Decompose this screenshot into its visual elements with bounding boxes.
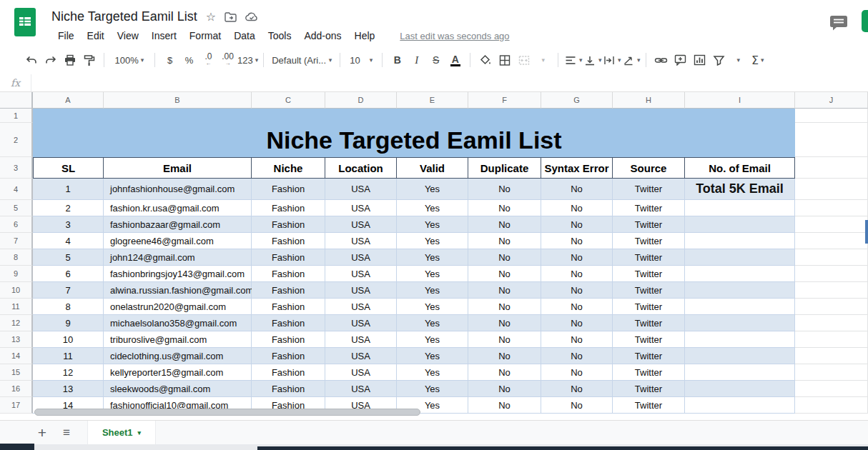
- cell-E9[interactable]: Yes: [397, 266, 468, 282]
- header-cell-source[interactable]: Source: [613, 157, 685, 179]
- cell-D14[interactable]: USA: [325, 348, 397, 364]
- cell-F7[interactable]: No: [468, 233, 541, 249]
- cell-J7[interactable]: [795, 233, 868, 249]
- cell-H15[interactable]: Twitter: [613, 364, 685, 381]
- row-header-11[interactable]: 11: [0, 299, 33, 315]
- cell-C6[interactable]: Fashion: [252, 216, 325, 233]
- row-header-2[interactable]: 2: [0, 123, 33, 157]
- cell-I16[interactable]: [685, 381, 795, 397]
- row-header-5[interactable]: 5: [0, 200, 33, 216]
- cell-F16[interactable]: No: [468, 381, 541, 397]
- cell-J16[interactable]: [795, 381, 868, 397]
- cell-G12[interactable]: No: [541, 315, 613, 331]
- cell-B11[interactable]: onelastrun2020@gmail.com: [104, 299, 252, 315]
- text-wrap-button[interactable]: ▾: [602, 50, 621, 70]
- header-cell-syntax-error[interactable]: Syntax Error: [541, 157, 613, 179]
- column-header-E[interactable]: E: [397, 92, 468, 109]
- cell-I6[interactable]: [685, 216, 795, 233]
- cell-I4[interactable]: Total 5K Email: [685, 179, 795, 200]
- header-cell-duplicate[interactable]: Duplicate: [468, 157, 541, 179]
- cloud-saved-icon[interactable]: [245, 12, 258, 21]
- cell-D13[interactable]: USA: [325, 331, 397, 348]
- sheet-title-cell[interactable]: Niche Targeted Eamil List: [33, 123, 795, 157]
- column-header-C[interactable]: C: [252, 92, 325, 109]
- cell-B4[interactable]: johnfashionhouse@gmail.com: [104, 179, 252, 200]
- row-header-17[interactable]: 17: [0, 397, 33, 414]
- cell-B7[interactable]: glogreene46@gmail.com: [104, 233, 252, 249]
- cell-H7[interactable]: Twitter: [613, 233, 685, 249]
- redo-button[interactable]: [41, 50, 60, 70]
- cell-D6[interactable]: USA: [325, 216, 397, 233]
- cell-C13[interactable]: Fashion: [252, 331, 325, 348]
- cell-G9[interactable]: No: [541, 266, 613, 282]
- insert-chart-button[interactable]: [690, 50, 709, 70]
- move-folder-icon[interactable]: [225, 12, 237, 22]
- cell-J15[interactable]: [795, 364, 868, 381]
- column-header-D[interactable]: D: [325, 92, 397, 109]
- cell-G5[interactable]: No: [541, 200, 613, 216]
- cell-J2[interactable]: [795, 123, 868, 157]
- paint-format-button[interactable]: [79, 50, 99, 70]
- cell-B13[interactable]: triburoslive@gmail.com: [104, 331, 252, 348]
- cell-I11[interactable]: [685, 299, 795, 315]
- horizontal-align-button[interactable]: ▾: [563, 50, 583, 70]
- cell-B5[interactable]: fashion.kr.usa@gmail.com: [104, 200, 252, 216]
- menu-edit[interactable]: Edit: [81, 29, 111, 43]
- horizontal-scrollbar[interactable]: [34, 409, 420, 416]
- cell-G17[interactable]: No: [541, 397, 613, 414]
- row-header-15[interactable]: 15: [0, 364, 33, 381]
- filter-button[interactable]: [709, 50, 729, 70]
- cell-I12[interactable]: [685, 315, 795, 331]
- italic-button[interactable]: I: [407, 50, 426, 70]
- cell-C11[interactable]: Fashion: [252, 299, 325, 315]
- row-header-13[interactable]: 13: [0, 331, 33, 348]
- merge-cells-menu[interactable]: ▾: [533, 50, 553, 70]
- filter-views-menu[interactable]: ▾: [729, 50, 748, 70]
- column-header-I[interactable]: I: [685, 92, 795, 109]
- all-sheets-button[interactable]: ≡: [57, 426, 76, 440]
- cell-E7[interactable]: Yes: [397, 233, 468, 249]
- cell-A9[interactable]: 6: [33, 266, 104, 282]
- header-cell-email[interactable]: Email: [104, 157, 252, 179]
- cell-J17[interactable]: [795, 397, 868, 414]
- cell-C8[interactable]: Fashion: [252, 249, 325, 266]
- merge-cells-button[interactable]: [514, 50, 533, 70]
- row-header-4[interactable]: 4: [0, 179, 33, 200]
- cell-D4[interactable]: USA: [325, 179, 397, 200]
- number-format-button[interactable]: 123▾: [237, 50, 258, 70]
- decrease-decimal-button[interactable]: .0←: [199, 50, 218, 70]
- menu-tools[interactable]: Tools: [262, 29, 298, 43]
- row-header-12[interactable]: 12: [0, 315, 33, 331]
- cell-E12[interactable]: Yes: [397, 315, 468, 331]
- cell-J14[interactable]: [795, 348, 868, 364]
- cell-D15[interactable]: USA: [325, 364, 397, 381]
- add-sheet-button[interactable]: +: [33, 424, 51, 441]
- column-header-H[interactable]: H: [613, 92, 685, 109]
- cell-B6[interactable]: fashionbazaar@gmail.com: [104, 216, 252, 233]
- row-header-10[interactable]: 10: [0, 282, 33, 299]
- cell-I13[interactable]: [685, 331, 795, 348]
- cell-I15[interactable]: [685, 364, 795, 381]
- cell-H11[interactable]: Twitter: [613, 299, 685, 315]
- cell-H17[interactable]: Twitter: [613, 397, 685, 414]
- menu-insert[interactable]: Insert: [145, 29, 183, 43]
- cell-I8[interactable]: [685, 249, 795, 266]
- fill-color-button[interactable]: [475, 50, 495, 70]
- cell-D5[interactable]: USA: [325, 200, 397, 216]
- cell-F6[interactable]: No: [468, 216, 541, 233]
- column-header-F[interactable]: F: [468, 92, 541, 109]
- cell-A16[interactable]: 13: [33, 381, 104, 397]
- borders-button[interactable]: [495, 50, 514, 70]
- cell-F8[interactable]: No: [468, 249, 541, 266]
- cell-C12[interactable]: Fashion: [252, 315, 325, 331]
- cell-A4[interactable]: 1: [33, 179, 104, 200]
- font-family-select[interactable]: Default (Ari...▾: [269, 50, 335, 70]
- header-cell-no--of-email[interactable]: No. of Email: [685, 157, 795, 179]
- cell-J1[interactable]: [795, 109, 868, 123]
- insert-link-button[interactable]: [651, 50, 671, 70]
- column-header-J[interactable]: J: [795, 92, 868, 109]
- cell-J8[interactable]: [795, 249, 868, 266]
- cell-D11[interactable]: USA: [325, 299, 397, 315]
- header-cell-location[interactable]: Location: [325, 157, 397, 179]
- cell-E14[interactable]: Yes: [397, 348, 468, 364]
